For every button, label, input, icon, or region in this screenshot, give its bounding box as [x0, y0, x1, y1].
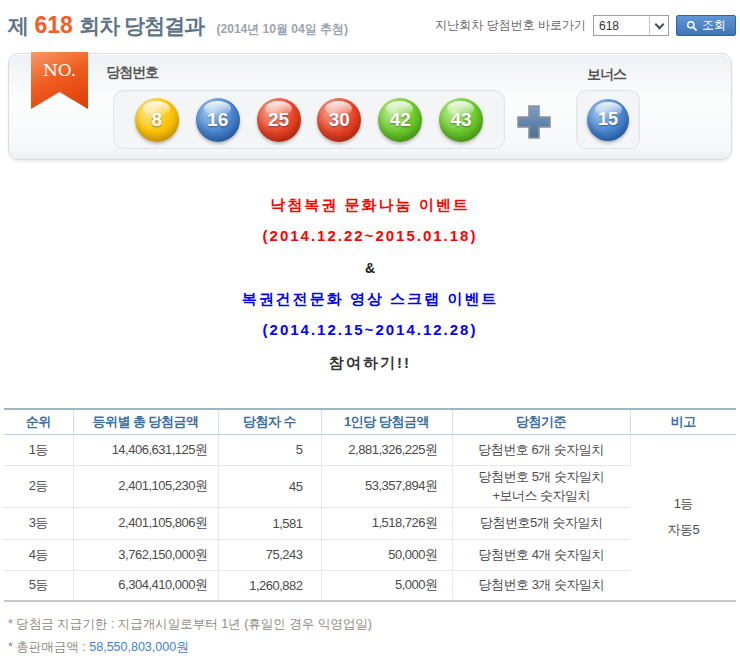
- event-join-label: 참여하기!!: [0, 354, 740, 373]
- total-sales-note: * 총판매금액 : 58,550,803,000원: [8, 636, 372, 656]
- total-prize-cell: 2,401,105,230원: [73, 465, 218, 507]
- event2-period: (2014.12.15~2014.12.28): [0, 321, 740, 338]
- note-cell: 1등 자동5: [630, 434, 736, 601]
- quick-go-group: 지난회차 당첨번호 바로가기 618 조회: [435, 15, 736, 36]
- total-prize-cell: 6,304,410,000원: [73, 570, 218, 601]
- criteria-line: +보너스 숫자일치: [453, 486, 631, 505]
- round-select[interactable]: 618: [593, 15, 669, 36]
- page-title: 제 618 회차 당첨결과 (2014년 10월 04일 추첨): [8, 12, 348, 40]
- total-prize-cell: 2,401,105,806원: [73, 507, 218, 539]
- chevron-down-icon: [654, 19, 664, 29]
- rank-cell: 3등: [4, 507, 73, 539]
- lotto-ball: 30: [317, 98, 361, 142]
- ampersand: &: [0, 260, 740, 276]
- rank-cell: 5등: [4, 570, 73, 601]
- table-row: 1등 14,406,631,125원 5 2,881,326,225원 당첨번호…: [4, 434, 736, 465]
- winning-numbers-label: 당첨번호: [106, 64, 158, 82]
- note-line: 1등: [631, 491, 737, 517]
- lotto-ball: 8: [135, 98, 179, 142]
- round-suffix: 회차 당첨결과: [79, 14, 204, 37]
- criteria-cell: 당첨번호5개 숫자일치: [452, 507, 630, 539]
- winners-cell: 1,260,882: [218, 570, 321, 601]
- no-ribbon-icon: NO.: [31, 52, 88, 109]
- bonus-label: 보너스: [587, 66, 626, 84]
- per-winner-cell: 2,881,326,225원: [321, 434, 452, 465]
- criteria-cell: 당첨번호 4개 숫자일치: [452, 539, 630, 570]
- per-winner-cell: 1,518,726원: [321, 507, 452, 539]
- round-number: 618: [32, 12, 74, 38]
- rank-cell: 2등: [4, 465, 73, 507]
- search-icon: [686, 20, 698, 32]
- round-select-value: 618: [594, 19, 649, 33]
- winners-cell: 5: [218, 434, 321, 465]
- table-header-row: 순위 등위별 총 당첨금액 당첨자 수 1인당 당첨금액 당첨기준 비고: [4, 409, 736, 434]
- winners-cell: 45: [218, 465, 321, 507]
- event1-title: 낙첨복권 문화나눔 이벤트: [0, 196, 740, 215]
- col-header-total: 등위별 총 당첨금액: [73, 409, 218, 434]
- select-dropdown-button[interactable]: [649, 16, 668, 35]
- bonus-lotto-ball: 15: [587, 99, 629, 141]
- winning-numbers-panel: NO. 당첨번호 8 16 25 30 42 43 보너스 15: [8, 53, 732, 160]
- col-header-note: 비고: [630, 409, 736, 434]
- criteria-cell: 당첨번호 3개 숫자일치: [452, 570, 630, 601]
- event1-period: (2014.12.22~2015.01.18): [0, 227, 740, 244]
- search-button-label: 조회: [702, 17, 726, 34]
- result-table: 순위 등위별 총 당첨금액 당첨자 수 1인당 당첨금액 당첨기준 비고 1등 …: [4, 408, 736, 602]
- table-row: 5등 6,304,410,000원 1,260,882 5,000원 당첨번호 …: [4, 570, 736, 601]
- total-sales-value: 58,550,803,000원: [89, 640, 188, 654]
- plus-icon: [515, 103, 553, 141]
- winners-cell: 75,243: [218, 539, 321, 570]
- bonus-ball-box: 15: [576, 90, 640, 149]
- quick-go-label: 지난회차 당첨번호 바로가기: [435, 17, 586, 34]
- table-row: 4등 3,762,150,000원 75,243 50,000원 당첨번호 4개…: [4, 539, 736, 570]
- rank-cell: 4등: [4, 539, 73, 570]
- event2-title: 복권건전문화 영상 스크랩 이벤트: [0, 290, 740, 309]
- col-header-criteria: 당첨기준: [452, 409, 630, 434]
- lotto-ball: 42: [378, 98, 422, 142]
- winners-cell: 1,581: [218, 507, 321, 539]
- search-button[interactable]: 조회: [676, 15, 736, 36]
- total-prize-cell: 14,406,631,125원: [73, 434, 218, 465]
- table-row: 3등 2,401,105,806원 1,581 1,518,726원 당첨번호5…: [4, 507, 736, 539]
- draw-date: (2014년 10월 04일 추첨): [217, 22, 348, 36]
- col-header-rank: 순위: [4, 409, 73, 434]
- criteria-cell: 당첨번호 6개 숫자일치: [452, 434, 630, 465]
- col-header-winners: 당첨자 수: [218, 409, 321, 434]
- table-row: 2등 2,401,105,230원 45 53,357,894원 당첨번호 5개…: [4, 465, 736, 507]
- per-winner-cell: 5,000원: [321, 570, 452, 601]
- total-sales-label: * 총판매금액 :: [8, 640, 89, 654]
- per-winner-cell: 50,000원: [321, 539, 452, 570]
- winning-balls-box: 8 16 25 30 42 43: [113, 90, 505, 149]
- round-prefix: 제: [8, 14, 28, 37]
- per-winner-cell: 53,357,894원: [321, 465, 452, 507]
- total-prize-cell: 3,762,150,000원: [73, 539, 218, 570]
- rank-cell: 1등: [4, 434, 73, 465]
- lotto-ball: 43: [439, 98, 483, 142]
- lotto-ball: 25: [257, 98, 301, 142]
- payment-deadline-note: * 당첨금 지급기한 : 지급개시일로부터 1년 (휴일인 경우 익영업일): [8, 613, 372, 636]
- criteria-line: 당첨번호 5개 숫자일치: [453, 467, 631, 486]
- top-bar: 제 618 회차 당첨결과 (2014년 10월 04일 추첨) 지난회차 당첨…: [8, 12, 736, 42]
- col-header-per-winner: 1인당 당첨금액: [321, 409, 452, 434]
- criteria-cell: 당첨번호 5개 숫자일치 +보너스 숫자일치: [452, 465, 630, 507]
- lotto-ball: 16: [196, 98, 240, 142]
- note-line: 자동5: [631, 517, 737, 543]
- footnotes: * 당첨금 지급기한 : 지급개시일로부터 1년 (휴일인 경우 익영업일) *…: [8, 613, 372, 656]
